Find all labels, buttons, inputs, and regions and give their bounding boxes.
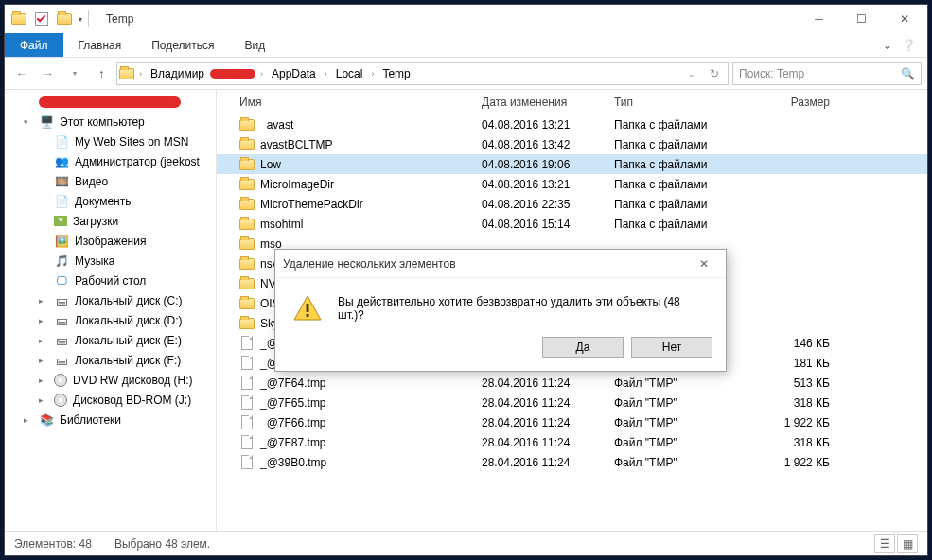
folder-icon xyxy=(10,10,27,27)
expand-icon[interactable]: ▸ xyxy=(39,356,48,365)
sidebar-item[interactable]: 📄My Web Sites on MSN xyxy=(5,131,216,151)
sidebar-item[interactable]: 🖵Рабочий стол xyxy=(5,271,216,290)
search-icon[interactable]: 🔍 xyxy=(901,67,915,80)
navigation-pane[interactable]: ▾🖥️Этот компьютер📄My Web Sites on MSN👥Ад… xyxy=(5,90,217,531)
no-button[interactable]: Нет xyxy=(631,337,712,358)
refresh-button[interactable]: ↻ xyxy=(703,62,726,85)
file-name: _@7F87.tmp xyxy=(260,436,326,449)
list-item[interactable]: _avast_04.08.2016 13:21Папка с файлами xyxy=(217,114,927,134)
chevron-right-icon[interactable]: › xyxy=(322,69,330,79)
chevron-right-icon[interactable]: › xyxy=(257,69,266,79)
sidebar-item[interactable]: ▸📚Библиотеки xyxy=(5,410,216,429)
sidebar-item[interactable]: ▸🖴Локальный диск (D:) xyxy=(5,310,216,330)
list-item[interactable]: _@7F66.tmp28.04.2016 11:24Файл "TMP"1 92… xyxy=(217,412,927,432)
col-size[interactable]: Размер xyxy=(764,96,849,109)
forward-button[interactable]: → xyxy=(37,62,60,85)
list-item[interactable]: _@39B0.tmp28.04.2016 11:24Файл "TMP"1 92… xyxy=(217,452,927,472)
expand-icon[interactable]: ▸ xyxy=(24,415,33,425)
folder-icon xyxy=(239,177,255,192)
breadcrumb-segment[interactable]: Temp xyxy=(378,63,413,84)
breadcrumb-segment[interactable]: AppData xyxy=(268,63,320,84)
titlebar[interactable]: ▾ Temp ─ ☐ ✕ xyxy=(5,5,927,33)
ribbon-expand-icon[interactable]: ⌄ ❔ xyxy=(871,33,927,57)
sidebar-item[interactable]: 🎞️Видео xyxy=(5,171,216,191)
history-dropdown[interactable]: ▾ xyxy=(63,62,86,85)
list-item[interactable]: Low04.08.2016 19:06Папка с файлами xyxy=(217,154,927,174)
sidebar-item[interactable]: ▸DVD RW дисковод (H:) xyxy=(5,370,216,390)
tab-file[interactable]: Файл xyxy=(5,33,63,57)
expand-icon[interactable]: ▾ xyxy=(24,117,33,127)
chevron-right-icon[interactable]: › xyxy=(136,69,145,79)
folder-icon xyxy=(239,236,255,252)
expand-icon[interactable]: ▸ xyxy=(39,296,48,306)
list-item[interactable]: _@7F65.tmp28.04.2016 11:24Файл "TMP"318 … xyxy=(217,393,927,412)
explorer-window: ▾ Temp ─ ☐ ✕ Файл Главная Поделиться Вид… xyxy=(4,4,928,556)
list-item[interactable]: MicroThemePackDir04.08.2016 22:35Папка с… xyxy=(217,194,927,214)
dialog-close-button[interactable]: ✕ xyxy=(690,257,718,271)
sidebar-item[interactable]: 📄Документы xyxy=(5,191,216,211)
sidebar-item-label: Локальный диск (C:) xyxy=(75,294,183,307)
expand-icon[interactable]: ▸ xyxy=(39,376,48,385)
view-large-button[interactable]: ▦ xyxy=(897,534,918,553)
file-name: msohtml xyxy=(260,218,303,231)
back-button[interactable]: ← xyxy=(10,62,33,85)
minimize-button[interactable]: ─ xyxy=(798,6,840,32)
list-item[interactable]: _@7F87.tmp28.04.2016 11:24Файл "TMP"318 … xyxy=(217,432,927,452)
list-item[interactable]: avastBCLTMP04.08.2016 13:42Папка с файла… xyxy=(217,134,927,154)
ribbon-tabs: Файл Главная Поделиться Вид ⌄ ❔ xyxy=(5,33,927,58)
file-type: Папка с файлами xyxy=(614,138,764,151)
sidebar-item-label: Изображения xyxy=(75,235,146,248)
file-size: 318 КБ xyxy=(764,436,849,449)
col-type[interactable]: Тип xyxy=(614,96,764,109)
list-item[interactable]: MicroImageDir04.08.2016 13:21Папка с фай… xyxy=(217,174,927,194)
folder-icon xyxy=(239,137,255,152)
sidebar-item[interactable]: 🎵Музыка xyxy=(5,251,216,271)
file-type: Файл "TMP" xyxy=(614,416,764,429)
tab-share[interactable]: Поделиться xyxy=(136,33,229,57)
expand-icon[interactable]: ▸ xyxy=(39,395,48,405)
file-size: 181 КБ xyxy=(764,357,849,370)
breadcrumb-segment[interactable]: Local xyxy=(332,63,367,84)
properties-checkbox-icon[interactable] xyxy=(33,10,50,27)
file-type: Файл "TMP" xyxy=(614,396,764,410)
folder-icon xyxy=(239,296,255,311)
tab-home[interactable]: Главная xyxy=(63,33,137,57)
sidebar-item[interactable]: 🖼️Изображения xyxy=(5,231,216,251)
col-date[interactable]: Дата изменения xyxy=(482,96,614,109)
maximize-button[interactable]: ☐ xyxy=(840,6,883,32)
view-details-button[interactable]: ☰ xyxy=(874,534,895,553)
folder-icon xyxy=(239,217,255,232)
redacted-segment xyxy=(210,69,255,79)
list-item[interactable]: msohtml04.08.2016 15:14Папка с файлами xyxy=(217,214,927,234)
sidebar-item[interactable]: ▸Дисковод BD-ROM (J:) xyxy=(5,390,216,410)
file-name: _@7F64.tmp xyxy=(260,376,326,390)
sidebar-item[interactable] xyxy=(5,92,216,112)
search-input[interactable]: Поиск: Temp 🔍 xyxy=(732,62,922,85)
file-date: 04.08.2016 13:21 xyxy=(482,178,614,191)
folder-icon xyxy=(239,276,255,291)
sidebar-item[interactable]: ▾🖥️Этот компьютер xyxy=(5,112,216,131)
breadcrumb-segment[interactable]: Владимир xyxy=(147,63,208,84)
sidebar-item[interactable]: ▸🖴Локальный диск (E:) xyxy=(5,330,216,350)
sidebar-item-label: Документы xyxy=(75,195,133,208)
sidebar-item[interactable]: ▸🖴Локальный диск (F:) xyxy=(5,350,216,370)
up-button[interactable]: ↑ xyxy=(90,62,113,85)
list-item[interactable]: _@7F64.tmp28.04.2016 11:24Файл "TMP"513 … xyxy=(217,373,927,393)
address-bar[interactable]: › Владимир › AppData › Local › Temp ⌄ ↻ xyxy=(116,62,729,85)
svg-rect-0 xyxy=(307,304,309,312)
qat-dropdown-icon[interactable]: ▾ xyxy=(79,15,82,24)
tab-view[interactable]: Вид xyxy=(229,33,280,57)
expand-icon[interactable]: ▸ xyxy=(39,316,48,325)
chevron-right-icon[interactable]: › xyxy=(368,69,377,79)
folder-icon[interactable] xyxy=(56,10,73,27)
column-headers[interactable]: Имя Дата изменения Тип Размер xyxy=(217,90,927,114)
sidebar-item[interactable]: ▸🖴Локальный диск (C:) xyxy=(5,290,216,310)
folder-icon xyxy=(119,66,134,81)
address-dropdown-icon[interactable]: ⌄ xyxy=(680,62,703,85)
close-button[interactable]: ✕ xyxy=(883,6,925,32)
yes-button[interactable]: Да xyxy=(542,337,624,358)
sidebar-item[interactable]: Загрузки xyxy=(5,211,216,231)
expand-icon[interactable]: ▸ xyxy=(39,336,48,345)
sidebar-item[interactable]: 👥Администратор (jeekost xyxy=(5,151,216,171)
col-name[interactable]: Имя xyxy=(217,96,482,109)
